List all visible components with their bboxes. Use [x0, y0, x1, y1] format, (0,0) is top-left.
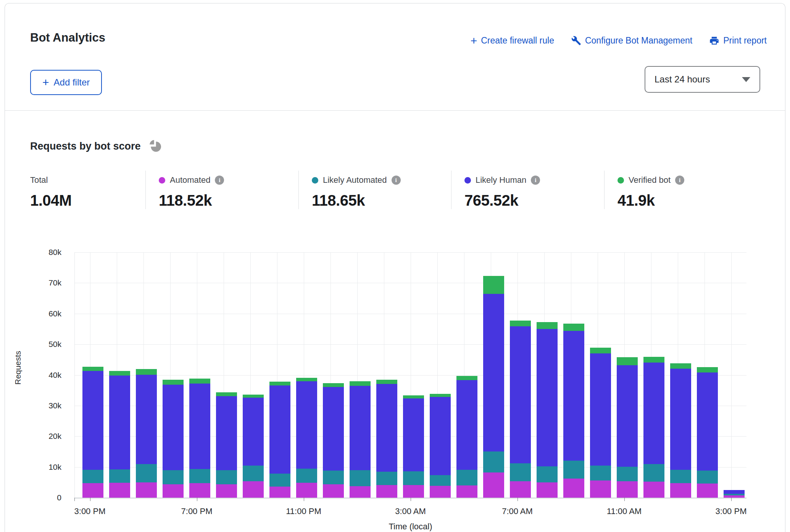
y-axis-line: [74, 252, 75, 498]
bar-segment-likely-human: [350, 386, 371, 470]
stacked-bar[interactable]: [350, 252, 371, 498]
bar-segment-verified-bot: [109, 371, 130, 376]
x-axis-origin-tick: [74, 498, 75, 501]
bar-segment-likely-human: [724, 490, 745, 494]
stacked-bar[interactable]: [510, 252, 531, 498]
bar-segment-likely-human: [136, 375, 157, 464]
bar-segment-likely-human: [163, 385, 184, 470]
bar-segment-automated: [243, 481, 264, 498]
bar-segment-likely-human: [269, 385, 290, 474]
stacked-bar[interactable]: [483, 252, 504, 498]
stacked-bar[interactable]: [296, 252, 317, 498]
stacked-bar[interactable]: [697, 252, 718, 498]
bar-segment-likely-automated: [269, 474, 290, 487]
stacked-bar[interactable]: [617, 252, 638, 498]
stacked-bar[interactable]: [670, 252, 691, 498]
stacked-bar[interactable]: [109, 252, 130, 498]
stacked-bar[interactable]: [323, 252, 344, 498]
bar-segment-likely-automated: [163, 470, 184, 484]
bar-segment-automated: [724, 495, 745, 498]
bar-segment-likely-automated: [82, 470, 103, 483]
bar-segment-verified-bot: [163, 380, 184, 385]
x-axis-tick: [197, 498, 197, 501]
bar-segment-likely-automated: [456, 470, 477, 485]
stacked-bar[interactable]: [643, 252, 664, 498]
bar-segment-automated: [537, 482, 558, 498]
y-axis-tick-label: 50k: [27, 340, 61, 349]
bar-segment-verified-bot: [643, 357, 664, 363]
bar-segment-verified-bot: [510, 321, 531, 326]
bar-segment-automated: [163, 484, 184, 498]
stacked-bar[interactable]: [163, 252, 184, 498]
stacked-bar[interactable]: [537, 252, 558, 498]
y-axis-tick-label: 60k: [27, 309, 61, 318]
stacked-bar[interactable]: [456, 252, 477, 498]
bar-segment-automated: [617, 481, 638, 498]
bar-segment-likely-automated: [537, 466, 558, 482]
requests-by-bot-score-chart: 010k20k30k40k50k60k70k80k3:00 PM7:00 PM1…: [5, 3, 785, 532]
bar-segment-automated: [189, 483, 210, 498]
bar-segment-likely-automated: [670, 470, 691, 483]
bar-segment-likely-automated: [136, 464, 157, 482]
bar-segment-likely-automated: [109, 469, 130, 483]
x-axis-tick-label: 3:00 AM: [395, 506, 426, 516]
stacked-bar[interactable]: [216, 252, 237, 498]
bar-segment-automated: [456, 485, 477, 498]
bar-segment-verified-bot: [537, 322, 558, 329]
x-axis-tick-label: 7:00 PM: [181, 506, 213, 516]
stacked-bar[interactable]: [189, 252, 210, 498]
bar-segment-likely-automated: [483, 451, 504, 472]
bar-segment-automated: [350, 486, 371, 498]
bar-segment-likely-automated: [189, 469, 210, 483]
bar-segment-verified-bot: [350, 381, 371, 385]
stacked-bar[interactable]: [403, 252, 424, 498]
bar-segment-automated: [216, 484, 237, 498]
bar-segment-likely-human: [430, 397, 451, 475]
stacked-bar[interactable]: [590, 252, 611, 498]
stacked-bar[interactable]: [269, 252, 290, 498]
bar-segment-likely-automated: [617, 467, 638, 481]
stacked-bar[interactable]: [82, 252, 103, 498]
bar-segment-likely-human: [510, 326, 531, 463]
bar-segment-verified-bot: [590, 348, 611, 353]
bar-segment-likely-human: [697, 372, 718, 471]
stacked-bar[interactable]: [243, 252, 264, 498]
bot-analytics-card: Bot Analytics + Create firewall rule Con…: [5, 3, 785, 532]
y-axis-tick-label: 20k: [27, 432, 61, 441]
bar-segment-automated: [643, 482, 664, 498]
bar-segment-automated: [136, 482, 157, 498]
bar-segment-likely-human: [82, 371, 103, 470]
bar-segment-automated: [483, 472, 504, 498]
bar-segment-verified-bot: [456, 376, 477, 380]
bar-segment-verified-bot: [82, 367, 103, 371]
x-axis-tick-label: 11:00 PM: [286, 506, 321, 516]
bar-segment-likely-automated: [430, 475, 451, 486]
bar-segment-verified-bot: [216, 392, 237, 396]
bar-segment-likely-human: [376, 384, 397, 472]
stacked-bar[interactable]: [376, 252, 397, 498]
bar-segment-automated: [430, 486, 451, 498]
bar-segment-likely-human: [590, 353, 611, 466]
bar-segment-likely-human: [563, 331, 584, 461]
bar-segment-likely-automated: [563, 461, 584, 479]
bar-segment-verified-bot: [243, 395, 264, 398]
x-axis-tick-label: 3:00 PM: [716, 506, 747, 516]
stacked-bar[interactable]: [430, 252, 451, 498]
y-axis-tick-label: 80k: [27, 248, 61, 257]
bar-segment-verified-bot: [323, 383, 344, 387]
x-axis-tick: [624, 498, 625, 501]
x-axis-tick: [411, 498, 411, 501]
y-axis-tick-label: 70k: [27, 278, 61, 287]
stacked-bar[interactable]: [724, 252, 745, 498]
bar-segment-likely-automated: [243, 466, 264, 481]
bar-segment-likely-human: [109, 376, 130, 469]
bar-segment-verified-bot: [189, 379, 210, 384]
bar-segment-likely-human: [456, 380, 477, 470]
stacked-bar[interactable]: [136, 252, 157, 498]
x-axis-tick-label: 3:00 PM: [74, 506, 106, 516]
stacked-bar[interactable]: [563, 252, 584, 498]
x-axis-tick: [90, 498, 90, 501]
bar-segment-likely-automated: [510, 463, 531, 481]
y-axis-tick-label: 30k: [27, 401, 61, 410]
plot-area: [74, 252, 746, 498]
